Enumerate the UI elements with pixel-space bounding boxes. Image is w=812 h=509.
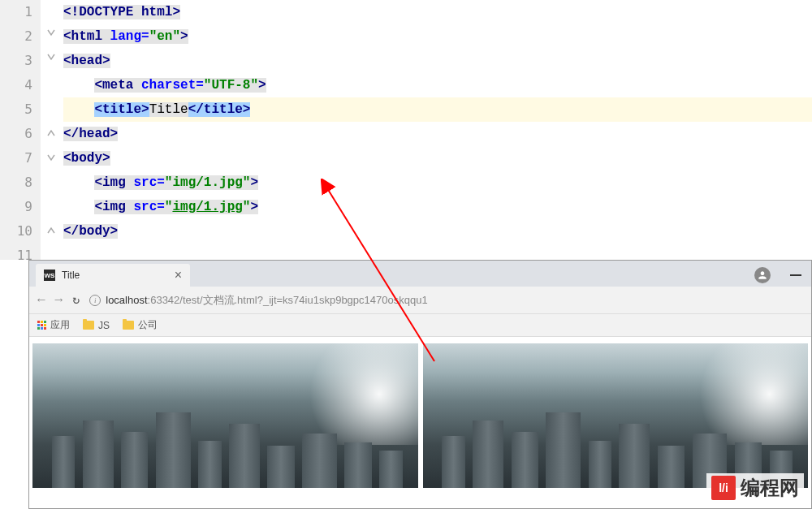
fold-toggle-icon[interactable] <box>47 129 55 137</box>
fold-toggle-icon[interactable] <box>47 226 55 235</box>
browser-tab[interactable]: WS Title × <box>36 264 190 287</box>
line-number[interactable]: 7 <box>0 146 41 170</box>
page-image-1 <box>32 343 418 488</box>
apps-label: 应用 <box>50 318 70 332</box>
line-number[interactable]: 9 <box>0 195 41 219</box>
tab-bar: WS Title × <box>29 261 811 287</box>
apps-grid-icon <box>37 321 46 330</box>
forward-icon[interactable]: → <box>55 293 63 308</box>
bookmark-bar: 应用 JS 公司 <box>29 314 811 337</box>
back-icon[interactable]: ← <box>37 293 45 308</box>
code-line-6[interactable]: </head> <box>63 122 812 146</box>
watermark-logo: l/i 编程网 <box>706 473 804 503</box>
code-line-2[interactable]: <html lang="en"> <box>63 24 812 49</box>
line-number[interactable]: 3 <box>0 49 41 73</box>
code-line-7[interactable]: <body> <box>63 146 812 170</box>
page-content <box>29 337 811 494</box>
code-line-8[interactable]: <img src="img/1.jpg"> <box>63 170 812 195</box>
code-line-5[interactable]: <title>Title</title> <box>63 97 812 122</box>
line-number[interactable]: 4 <box>0 73 41 97</box>
minimize-icon[interactable] <box>790 274 801 276</box>
site-info-icon[interactable]: i <box>89 295 101 306</box>
fold-column <box>41 0 63 260</box>
line-number[interactable]: 6 <box>0 122 41 146</box>
code-line-1[interactable]: <!DOCTYPE html> <box>63 0 812 24</box>
tab-title: Title <box>62 270 80 281</box>
apps-button[interactable]: 应用 <box>37 318 70 332</box>
line-number[interactable]: 5 <box>0 97 41 122</box>
url-path: :63342/test/文档流.html?_ijt=ks74iu1skp9bgp… <box>148 294 428 306</box>
code-line-9[interactable]: <img src="img/1.jpg"> <box>63 195 812 219</box>
url-host: localhost <box>106 294 147 306</box>
line-number[interactable]: 2 <box>0 24 41 49</box>
folder-icon <box>83 321 94 330</box>
bookmark-folder-js[interactable]: JS <box>83 320 110 331</box>
tab-favicon-icon: WS <box>44 270 55 281</box>
bookmark-label: 公司 <box>138 318 158 332</box>
logo-icon: l/i <box>711 476 736 500</box>
code-content[interactable]: <!DOCTYPE html> <html lang="en"> <head> … <box>63 0 812 244</box>
user-avatar-icon[interactable] <box>754 267 771 283</box>
line-number[interactable]: 10 <box>0 219 41 244</box>
address-bar: ← → ↻ i localhost:63342/test/文档流.html?_i… <box>29 287 811 314</box>
bookmark-folder-company[interactable]: 公司 <box>123 318 158 332</box>
code-line-10[interactable]: </body> <box>63 219 812 244</box>
bookmark-label: JS <box>98 320 110 331</box>
reload-icon[interactable]: ↻ <box>72 292 80 308</box>
page-image-2 <box>423 343 809 488</box>
line-number[interactable]: 1 <box>0 0 41 24</box>
fold-toggle-icon[interactable] <box>47 28 55 37</box>
browser-chrome: WS Title × ← → ↻ i localhost:63342/test/… <box>29 261 811 337</box>
tab-close-icon[interactable]: × <box>175 269 182 282</box>
url-input[interactable]: i localhost:63342/test/文档流.html?_ijt=ks7… <box>89 293 803 308</box>
code-line-4[interactable]: <meta charset="UTF-8"> <box>63 73 812 97</box>
line-number[interactable]: 8 <box>0 170 41 195</box>
line-gutter: 1 2 3 4 5 6 7 8 9 10 11 <box>0 0 41 260</box>
logo-text: 编程网 <box>741 475 799 501</box>
folder-icon <box>123 321 134 330</box>
browser-window: WS Title × ← → ↻ i localhost:63342/test/… <box>28 260 812 509</box>
fold-toggle-icon[interactable] <box>47 153 55 162</box>
fold-toggle-icon[interactable] <box>47 53 55 61</box>
code-line-3[interactable]: <head> <box>63 49 812 73</box>
